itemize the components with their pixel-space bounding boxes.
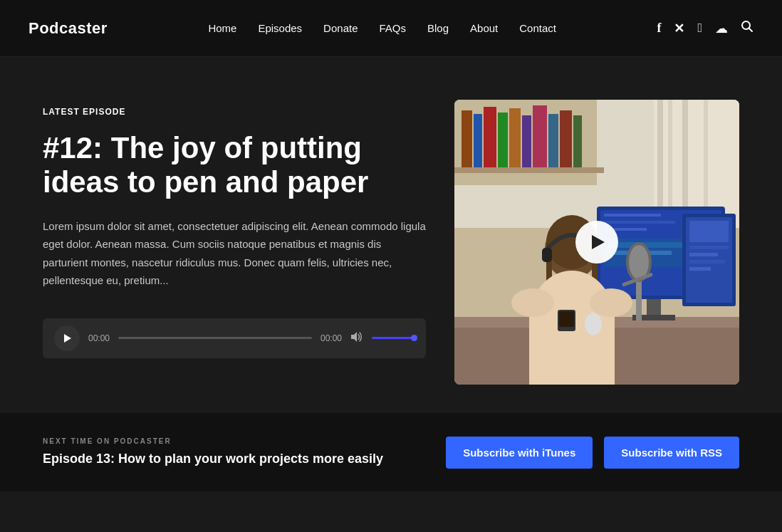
apple-icon[interactable]:  bbox=[697, 21, 702, 36]
latest-episode-label: Latest Episode bbox=[43, 107, 426, 117]
site-logo[interactable]: Podcaster bbox=[28, 19, 108, 38]
svg-rect-27 bbox=[604, 221, 675, 224]
svg-rect-36 bbox=[689, 253, 718, 256]
svg-rect-12 bbox=[533, 105, 547, 167]
play-button[interactable] bbox=[54, 325, 80, 351]
svg-point-48 bbox=[511, 288, 554, 317]
subscribe-itunes-button[interactable]: Subscribe with iTunes bbox=[446, 437, 593, 469]
next-episode-label: NEXT TIME ON PODCASTER bbox=[43, 437, 446, 445]
svg-rect-57 bbox=[559, 311, 574, 327]
svg-point-54 bbox=[629, 245, 649, 279]
svg-rect-37 bbox=[689, 260, 725, 264]
audio-time-start: 00:00 bbox=[88, 333, 110, 343]
audio-progress-bar[interactable] bbox=[118, 337, 312, 339]
episode-title: #12: The joy of putting ideas to pen and… bbox=[43, 131, 426, 200]
svg-line-1 bbox=[749, 28, 753, 32]
svg-rect-50 bbox=[542, 248, 552, 262]
nav-about[interactable]: About bbox=[470, 22, 498, 34]
x-twitter-icon[interactable]: ✕ bbox=[674, 21, 684, 36]
svg-rect-38 bbox=[689, 267, 711, 271]
site-header: Podcaster Home Episodes Donate FAQs Blog… bbox=[0, 0, 782, 57]
nav-donate[interactable]: Donate bbox=[323, 22, 358, 34]
audio-player: 00:00 00:00 bbox=[43, 318, 426, 358]
subscription-buttons: Subscribe with iTunes Subscribe with RSS bbox=[446, 437, 739, 469]
hero-image-container bbox=[454, 100, 739, 385]
svg-rect-26 bbox=[604, 214, 661, 217]
svg-point-58 bbox=[585, 313, 602, 335]
svg-rect-34 bbox=[689, 221, 729, 242]
svg-rect-35 bbox=[689, 246, 729, 249]
episode-description: Lorem ipsum dolor sit amet, consectetuer… bbox=[43, 217, 426, 290]
hero-section: Latest Episode #12: The joy of putting i… bbox=[0, 57, 782, 413]
nav-episodes[interactable]: Episodes bbox=[258, 22, 302, 34]
facebook-icon[interactable]: f bbox=[657, 21, 661, 36]
svg-point-49 bbox=[590, 288, 632, 317]
svg-rect-10 bbox=[509, 108, 521, 167]
svg-rect-6 bbox=[462, 110, 472, 167]
hero-image bbox=[454, 100, 739, 385]
next-episode-title: Episode 13: How to plan your work projec… bbox=[43, 451, 446, 467]
svg-rect-15 bbox=[573, 115, 582, 167]
svg-rect-39 bbox=[647, 299, 661, 317]
main-nav: Home Episodes Donate FAQs Blog About Con… bbox=[208, 22, 556, 34]
soundcloud-icon[interactable]: ☁ bbox=[715, 21, 728, 36]
nav-contact[interactable]: Contact bbox=[519, 22, 556, 34]
svg-rect-9 bbox=[498, 113, 508, 167]
subscribe-rss-button[interactable]: Subscribe with RSS bbox=[604, 437, 739, 469]
audio-time-end: 00:00 bbox=[320, 333, 342, 343]
volume-bar[interactable] bbox=[372, 337, 415, 339]
svg-marker-2 bbox=[351, 332, 357, 342]
svg-rect-13 bbox=[548, 114, 558, 167]
svg-rect-14 bbox=[560, 110, 572, 167]
nav-faqs[interactable]: FAQs bbox=[379, 22, 406, 34]
svg-rect-7 bbox=[474, 114, 482, 167]
volume-icon[interactable] bbox=[350, 331, 363, 345]
promo-bar: NEXT TIME ON PODCASTER Episode 13: How t… bbox=[0, 413, 782, 491]
search-icon[interactable] bbox=[741, 20, 754, 36]
video-play-button[interactable] bbox=[575, 221, 618, 264]
hero-content: Latest Episode #12: The joy of putting i… bbox=[43, 100, 426, 358]
svg-rect-11 bbox=[522, 115, 531, 167]
header-social-icons: f ✕  ☁ bbox=[657, 20, 754, 36]
svg-rect-16 bbox=[454, 167, 604, 173]
promo-content: NEXT TIME ON PODCASTER Episode 13: How t… bbox=[43, 437, 446, 467]
svg-rect-8 bbox=[484, 107, 496, 167]
nav-home[interactable]: Home bbox=[208, 22, 236, 34]
nav-blog[interactable]: Blog bbox=[427, 22, 449, 34]
